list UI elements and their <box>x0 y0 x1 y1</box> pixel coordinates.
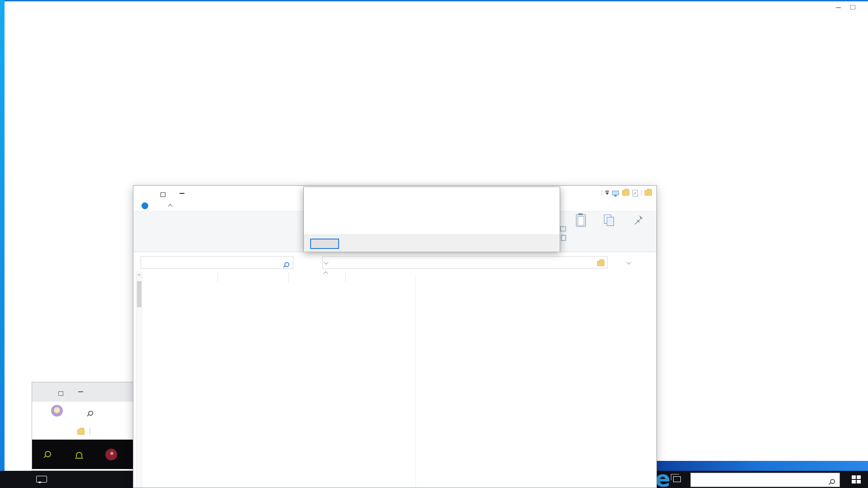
taskbar-search[interactable] <box>690 473 840 487</box>
folder-icon <box>597 261 604 266</box>
folder-icon[interactable] <box>645 190 652 196</box>
browser-titlebar <box>32 382 138 402</box>
task-view-icon[interactable] <box>673 476 681 482</box>
sort-ascending-icon <box>324 272 328 276</box>
desktop-wallpaper-strip <box>652 461 868 471</box>
scrollbar[interactable] <box>136 272 142 488</box>
paste-icon <box>576 214 586 227</box>
avatar[interactable] <box>51 405 63 417</box>
help-icon[interactable] <box>142 202 148 209</box>
desktop: { "background_page": { "heading": "הקלד … <box>0 0 868 488</box>
paste-button[interactable] <box>567 213 594 242</box>
dialog-button-bar <box>304 235 560 252</box>
file-list <box>143 284 410 488</box>
properties-icon[interactable]: ✓ <box>632 190 638 197</box>
zoom-search-icon[interactable] <box>88 411 93 416</box>
search-icon[interactable] <box>45 451 51 457</box>
bell-icon[interactable] <box>76 452 82 457</box>
copy-path-icon <box>560 226 566 231</box>
bookmarks-bar: | <box>32 423 138 440</box>
pin-to-quick-access-button[interactable] <box>624 213 652 242</box>
page-top-accent <box>5 0 868 1</box>
start-button[interactable] <box>852 475 862 484</box>
maximize-icon[interactable] <box>847 3 858 12</box>
navigation-pane <box>417 275 655 488</box>
recent-locations-icon[interactable] <box>627 260 631 265</box>
scrollbar-thumb[interactable] <box>137 281 142 307</box>
avatar[interactable] <box>105 449 117 460</box>
address-bar[interactable] <box>322 256 608 269</box>
computer-icon[interactable] <box>612 191 619 195</box>
search-icon <box>284 262 289 267</box>
maximize-icon[interactable] <box>160 190 165 199</box>
site-header <box>32 440 138 469</box>
pane-divider <box>415 275 416 488</box>
folder-icon[interactable] <box>77 429 85 435</box>
pin-icon <box>632 214 644 226</box>
taskbar-clock[interactable] <box>80 476 92 483</box>
minimize-icon[interactable] <box>179 188 184 197</box>
paste-shortcut-icon <box>561 235 566 241</box>
column-divider[interactable] <box>288 272 289 282</box>
search-icon <box>830 479 835 484</box>
minimize-icon[interactable] <box>833 3 844 12</box>
registry-editor-dialog <box>303 187 560 251</box>
ok-button[interactable] <box>310 239 339 249</box>
customize-toolbar-icon[interactable] <box>605 192 609 197</box>
action-center-icon[interactable] <box>36 476 47 483</box>
copy-icon <box>604 214 615 227</box>
copy-button[interactable] <box>595 213 623 242</box>
explorer-search-box[interactable] <box>141 256 293 269</box>
divider: | <box>89 427 91 435</box>
divider <box>641 190 642 196</box>
address-bar-row <box>133 255 656 271</box>
desktop-edge-stripe <box>0 0 5 471</box>
minimize-icon[interactable] <box>78 387 83 395</box>
browser-toolbar <box>32 402 138 423</box>
quick-access-toolbar: ✓ <box>602 189 652 197</box>
divider <box>602 190 602 196</box>
column-divider[interactable] <box>217 272 218 282</box>
close-icon[interactable] <box>860 3 868 12</box>
maximize-icon[interactable] <box>58 389 63 398</box>
column-divider[interactable] <box>345 272 346 282</box>
scroll-up-icon[interactable] <box>137 274 141 277</box>
address-dropdown-icon[interactable] <box>324 260 329 265</box>
browser-window: | <box>32 382 138 471</box>
new-folder-icon[interactable] <box>622 190 629 196</box>
